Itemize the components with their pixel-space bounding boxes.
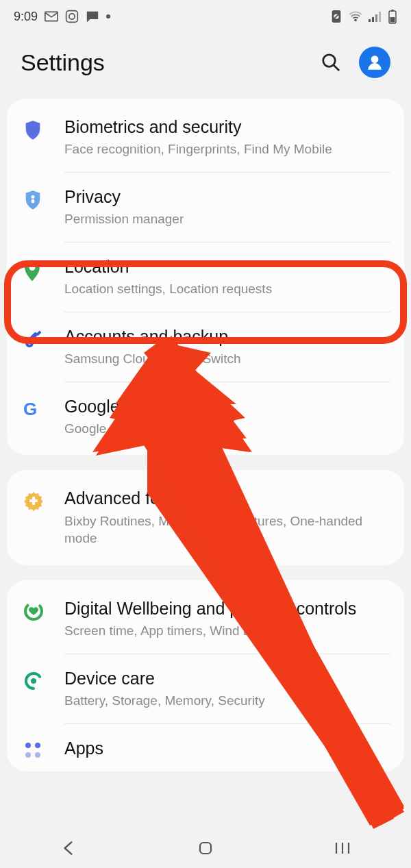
svg-rect-39 bbox=[200, 843, 211, 854]
nav-recents[interactable] bbox=[315, 841, 370, 856]
svg-rect-8 bbox=[375, 14, 377, 22]
search-icon[interactable] bbox=[321, 52, 341, 73]
row-title: Advanced features bbox=[64, 488, 388, 509]
settings-row-location[interactable]: Location Location settings, Location req… bbox=[7, 243, 404, 312]
row-title: Location bbox=[64, 256, 388, 277]
settings-row-biometrics[interactable]: Biometrics and security Face recognition… bbox=[7, 103, 404, 172]
wellbeing-icon bbox=[23, 598, 64, 621]
svg-rect-24 bbox=[29, 499, 38, 502]
row-sub: Google settings bbox=[64, 420, 388, 438]
row-sub: Face recognition, Fingerprints, Find My … bbox=[64, 140, 388, 158]
row-sub: Screen time, App timers, Wind Down bbox=[64, 622, 388, 640]
svg-point-27 bbox=[31, 678, 36, 684]
svg-rect-12 bbox=[390, 17, 395, 23]
row-title: Google bbox=[64, 396, 388, 417]
settings-row-wellbeing[interactable]: Digital Wellbeing and parental controls … bbox=[7, 584, 404, 654]
location-pin-icon bbox=[23, 256, 64, 282]
settings-row-google[interactable]: G Google Google settings bbox=[7, 382, 404, 451]
svg-point-31 bbox=[35, 752, 40, 758]
camera-icon bbox=[65, 10, 79, 23]
svg-point-2 bbox=[69, 14, 75, 19]
row-title: Biometrics and security bbox=[64, 116, 388, 138]
svg-point-20 bbox=[28, 342, 31, 345]
svg-rect-6 bbox=[369, 19, 371, 22]
row-title: Device care bbox=[64, 668, 388, 689]
profile-avatar[interactable] bbox=[359, 47, 390, 78]
row-sub: Location settings, Location requests bbox=[64, 280, 388, 298]
row-sub: Permission manager bbox=[64, 210, 388, 228]
svg-point-15 bbox=[371, 55, 379, 63]
row-title: Apps bbox=[64, 738, 388, 759]
svg-point-18 bbox=[29, 264, 36, 271]
svg-rect-17 bbox=[32, 199, 35, 203]
row-sub: Battery, Storage, Memory, Security bbox=[64, 692, 388, 710]
row-title: Privacy bbox=[64, 186, 388, 208]
svg-point-30 bbox=[25, 752, 31, 758]
svg-rect-1 bbox=[66, 11, 78, 23]
key-icon bbox=[23, 326, 64, 349]
svg-rect-11 bbox=[391, 10, 394, 12]
plus-badge-icon bbox=[23, 488, 64, 511]
shield-icon bbox=[23, 116, 64, 141]
privacy-shield-icon bbox=[23, 186, 64, 211]
page-title: Settings bbox=[21, 49, 105, 76]
header: Settings bbox=[0, 33, 411, 99]
nav-bar bbox=[0, 830, 411, 868]
status-bar: 9:09 bbox=[0, 0, 411, 33]
wifi-icon bbox=[348, 10, 363, 23]
battery-icon bbox=[388, 9, 397, 24]
settings-group: Digital Wellbeing and parental controls … bbox=[7, 580, 404, 771]
apps-grid-icon bbox=[23, 738, 64, 760]
signal-icon bbox=[369, 11, 382, 22]
settings-row-apps[interactable]: Apps bbox=[7, 724, 404, 767]
settings-row-accounts[interactable]: Accounts and backup Samsung Cloud, Smart… bbox=[7, 312, 404, 382]
google-icon: G bbox=[23, 396, 64, 420]
more-notifications-icon bbox=[106, 14, 110, 18]
settings-row-devicecare[interactable]: Device care Battery, Storage, Memory, Se… bbox=[7, 654, 404, 723]
nav-home[interactable] bbox=[178, 840, 233, 856]
settings-row-advanced[interactable]: Advanced features Bixby Routines, Motion… bbox=[7, 474, 404, 561]
dnd-icon bbox=[330, 10, 342, 23]
row-title: Digital Wellbeing and parental controls bbox=[64, 598, 388, 619]
nav-back[interactable] bbox=[41, 839, 96, 857]
row-sub: Samsung Cloud, Smart Switch bbox=[64, 350, 388, 368]
svg-point-28 bbox=[25, 743, 31, 748]
settings-group: Advanced features Bixby Routines, Motion… bbox=[7, 470, 404, 565]
chat-icon bbox=[86, 10, 99, 23]
mail-icon bbox=[45, 11, 58, 22]
svg-rect-9 bbox=[379, 12, 381, 22]
svg-point-29 bbox=[35, 743, 40, 748]
status-time: 9:09 bbox=[14, 10, 38, 24]
settings-group: Biometrics and security Face recognition… bbox=[7, 99, 404, 455]
svg-point-16 bbox=[31, 195, 34, 199]
row-title: Accounts and backup bbox=[64, 326, 388, 347]
svg-rect-7 bbox=[372, 17, 374, 22]
device-care-icon bbox=[23, 668, 64, 691]
settings-row-privacy[interactable]: Privacy Permission manager bbox=[7, 173, 404, 242]
row-sub: Bixby Routines, Motions and gestures, On… bbox=[64, 512, 388, 547]
svg-line-14 bbox=[334, 65, 338, 70]
